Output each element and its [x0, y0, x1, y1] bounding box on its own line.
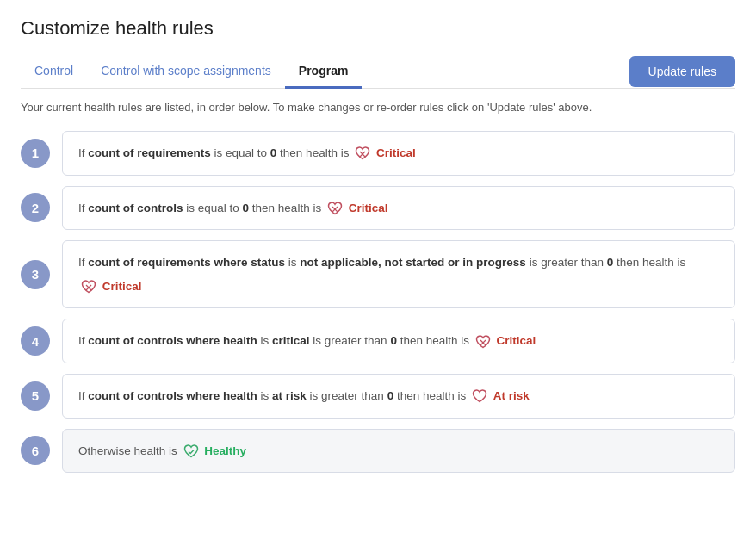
rules-list: 1 If count of requirements is equal to 0…: [21, 131, 735, 473]
healthy-heart-icon-6: [183, 443, 200, 460]
atrisk-heart-icon-5: [471, 388, 488, 405]
critical-heart-icon-4: [474, 333, 492, 350]
rule-number-5: 5: [21, 381, 50, 411]
rule-number-1: 1: [21, 139, 50, 168]
rule-card-5: If count of controls where health is at …: [62, 374, 735, 419]
table-row: 2 If count of controls is equal to 0 the…: [21, 186, 735, 231]
page-subtitle: Your current health rules are listed, in…: [21, 101, 735, 114]
health-label-5: At risk: [493, 389, 530, 402]
health-label-2: Critical: [349, 202, 388, 214]
rule-card-2: If count of controls is equal to 0 then …: [62, 186, 735, 231]
critical-heart-icon-1: [354, 145, 371, 162]
tab-program[interactable]: Program: [285, 55, 363, 89]
rule-card-4: If count of controls where health is cri…: [62, 319, 735, 363]
rule-card-6: Otherwise health is Healthy: [62, 429, 735, 474]
table-row: 3 If count of requirements where status …: [21, 240, 735, 308]
critical-heart-icon-2: [326, 200, 344, 217]
rule-number-3: 3: [21, 260, 50, 289]
tab-control-scope[interactable]: Control with scope assignments: [87, 55, 285, 89]
health-label-1: Critical: [376, 146, 416, 159]
table-row: 4 If count of controls where health is c…: [21, 319, 735, 363]
health-label-4: Critical: [496, 334, 536, 347]
rule-card-1: If count of requirements is equal to 0 t…: [62, 131, 735, 176]
table-row: 5 If count of controls where health is a…: [21, 374, 735, 419]
table-row: 6 Otherwise health is Healthy: [21, 429, 735, 474]
tabs: Control Control with scope assignments P…: [21, 55, 362, 88]
page-title: Customize health rules: [21, 17, 735, 40]
rule-number-4: 4: [21, 326, 50, 356]
tabs-row: Control Control with scope assignments P…: [21, 55, 735, 89]
rule-card-3: If count of requirements where status is…: [62, 240, 735, 308]
rule-number-6: 6: [21, 436, 50, 465]
tab-control[interactable]: Control: [21, 55, 87, 89]
critical-heart-icon-3: [80, 278, 97, 295]
rule-number-2: 2: [21, 193, 50, 222]
table-row: 1 If count of requirements is equal to 0…: [21, 131, 735, 176]
health-label-6: Healthy: [204, 444, 246, 457]
update-rules-button[interactable]: Update rules: [629, 56, 735, 87]
health-label-3: Critical: [102, 280, 142, 293]
